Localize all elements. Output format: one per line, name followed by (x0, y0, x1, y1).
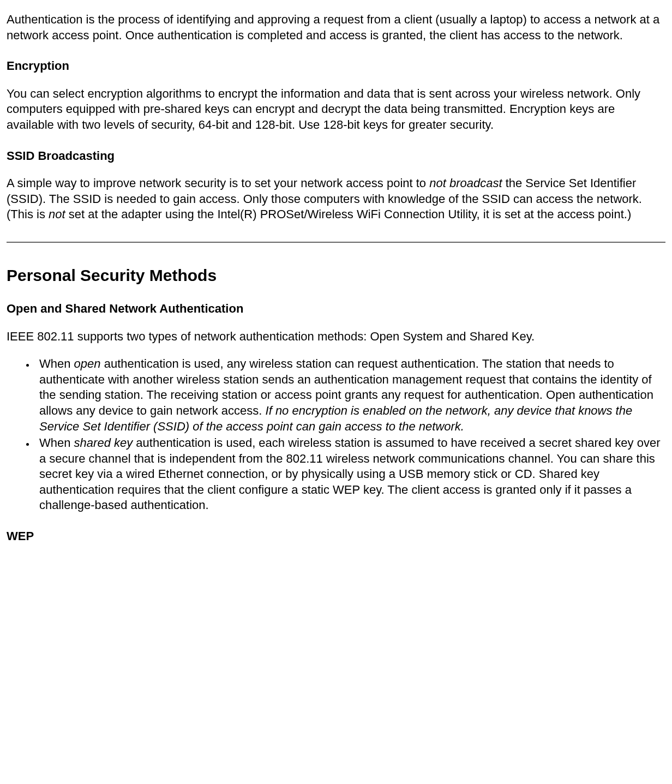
ssid-broadcasting-paragraph: A simple way to improve network security… (7, 176, 665, 223)
section-divider (7, 242, 665, 243)
ssid-broadcasting-heading: SSID Broadcasting (7, 148, 665, 164)
open-shared-auth-heading: Open and Shared Network Authentication (7, 301, 665, 317)
text-fragment: A simple way to improve network security… (7, 176, 429, 190)
personal-security-methods-heading: Personal Security Methods (7, 265, 665, 286)
italic-text: shared key (74, 436, 133, 450)
italic-text: open (74, 357, 101, 370)
text-fragment: set at the adapter using the Intel(R) PR… (65, 207, 632, 221)
text-fragment: When (39, 357, 74, 370)
text-fragment: authentication is used, each wireless st… (39, 436, 661, 512)
encryption-paragraph: You can select encryption algorithms to … (7, 86, 665, 133)
list-item: When shared key authentication is used, … (35, 435, 665, 513)
italic-text: not (49, 207, 65, 221)
italic-text: not broadcast (429, 176, 502, 190)
encryption-heading: Encryption (7, 58, 665, 74)
authentication-paragraph: Authentication is the process of identif… (7, 12, 665, 43)
text-fragment: When (39, 436, 74, 450)
ieee-intro-paragraph: IEEE 802.11 supports two types of networ… (7, 329, 665, 345)
wep-heading: WEP (7, 529, 665, 544)
authentication-types-list: When open authentication is used, any wi… (7, 356, 665, 513)
list-item: When open authentication is used, any wi… (35, 356, 665, 434)
